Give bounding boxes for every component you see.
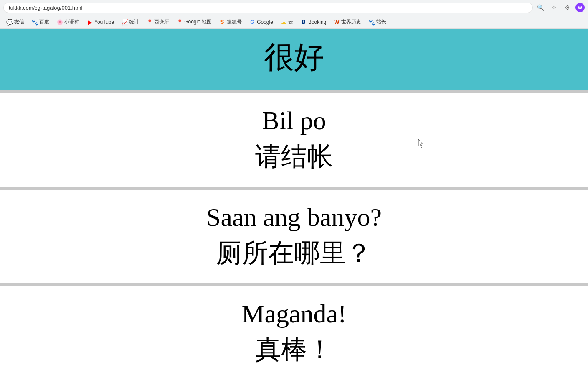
youtube-icon: ▶ [87, 19, 93, 25]
bookmark-booking[interactable]: B Booking [297, 18, 329, 26]
tagalog-bil-po: Bil po [0, 106, 588, 135]
bookmark-star-icon[interactable]: ☆ [549, 3, 559, 13]
bookmark-baidu-label: 百度 [39, 18, 49, 26]
address-text: tukkk.com/cg-tagalog/001.html [9, 5, 82, 11]
bookmark-weixin-label: 微信 [14, 18, 24, 26]
divider-3 [0, 283, 588, 286]
bookmark-cloud[interactable]: ☁ 云 [277, 18, 297, 26]
bookmark-google-label: Google [257, 19, 273, 25]
search-icon-btn[interactable]: 🔍 [535, 3, 545, 13]
google-map-icon: 📍 [177, 19, 182, 25]
section-teal: 很好 [0, 29, 588, 90]
bookmark-office-label: 世界历史 [341, 18, 361, 26]
tagalog-maganda: Maganda! [0, 299, 588, 329]
sougou-icon: S [219, 19, 225, 25]
bookmark-google-map[interactable]: 📍 Google 地图 [173, 18, 215, 26]
bookmark-xiaoyuzhong[interactable]: 🌸 小语种 [53, 18, 83, 26]
bookmark-site-label: 站长 [376, 18, 386, 26]
main-content: 很好 Bil po 请结帐 Saan ang banyo? 厕所在哪里？ Mag… [0, 29, 588, 368]
bookmark-youtube-label: YouTube [94, 19, 114, 25]
google-icon: G [249, 19, 255, 25]
chinese-zhenbang: 真棒！ [255, 335, 333, 364]
bookmark-sougou-label: 搜狐号 [227, 18, 242, 26]
bookmark-weixin[interactable]: 💬 微信 [3, 18, 28, 26]
settings-icon-btn[interactable]: ⚙ [562, 3, 572, 13]
bookmarks-bar: 💬 微信 🐾 百度 🌸 小语种 ▶ YouTube 📈 统计 📍 西班牙 📍 G… [0, 15, 588, 28]
chinese-qingjiezhang: 请结帐 [0, 139, 588, 174]
office-icon: W [334, 19, 340, 25]
bookmark-google[interactable]: G Google [246, 18, 276, 26]
booking-icon: B [301, 19, 307, 25]
browser-chrome: tukkk.com/cg-tagalog/001.html 🔍 ☆ ⚙ W 💬 … [0, 0, 588, 29]
bookmark-cloud-label: 云 [288, 18, 293, 26]
divider-1 [0, 90, 588, 93]
tongji-icon: 📈 [122, 19, 127, 25]
bookmark-youtube[interactable]: ▶ YouTube [84, 18, 117, 26]
section-bil-po: Bil po 请结帐 [0, 93, 588, 187]
section-saan-ang-banyo: Saan ang banyo? 厕所在哪里？ [0, 190, 588, 283]
bookmark-tongji-label: 统计 [129, 18, 139, 26]
chinese-cesuo: 厕所在哪里？ [0, 235, 588, 271]
bookmark-booking-label: Booking [308, 19, 326, 25]
bookmark-tongji[interactable]: 📈 统计 [118, 18, 142, 26]
bookmark-baidu[interactable]: 🐾 百度 [28, 18, 53, 26]
bookmark-xiaoyuzhong-label: 小语种 [64, 18, 79, 26]
bookmark-office[interactable]: W 世界历史 [330, 18, 365, 26]
address-icons: 🔍 ☆ ⚙ W [535, 3, 585, 13]
bookmark-xibanya[interactable]: 📍 西班牙 [143, 18, 172, 26]
xiaoyuzhong-icon: 🌸 [57, 19, 63, 25]
cloud-icon: ☁ [281, 19, 286, 25]
address-bar[interactable]: tukkk.com/cg-tagalog/001.html [3, 3, 533, 13]
bookmark-google-map-label: Google 地图 [184, 18, 212, 26]
weixin-icon: 💬 [7, 19, 13, 25]
address-bar-row: tukkk.com/cg-tagalog/001.html 🔍 ☆ ⚙ W [0, 0, 588, 15]
profile-avatar[interactable]: W [575, 3, 585, 12]
bookmark-sougou[interactable]: S 搜狐号 [216, 18, 245, 26]
bookmark-xibanya-label: 西班牙 [154, 18, 169, 26]
baidu-icon: 🐾 [32, 19, 38, 25]
site-icon: 🐾 [369, 19, 375, 25]
teal-chinese-text: 很好 [0, 37, 588, 77]
bookmark-site[interactable]: 🐾 站长 [365, 18, 390, 26]
section-maganda: Maganda! 真棒！ [0, 286, 588, 368]
xibanya-icon: 📍 [147, 19, 152, 25]
divider-2 [0, 187, 588, 190]
tagalog-saan-ang-banyo: Saan ang banyo? [0, 202, 588, 232]
